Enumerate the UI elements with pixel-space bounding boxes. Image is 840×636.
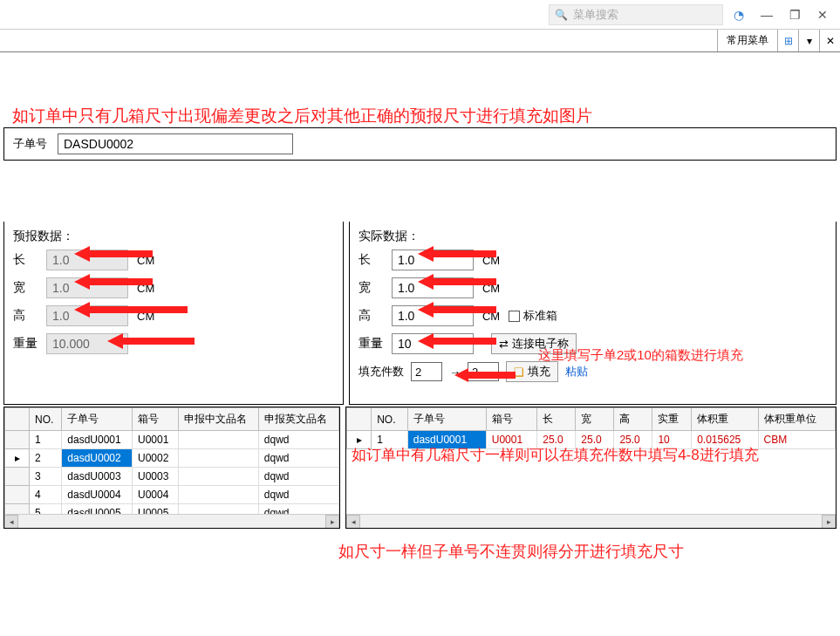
scrollbar[interactable]: ◂▸ [346, 514, 836, 528]
common-menu-tab[interactable]: 常用菜单 [717, 30, 777, 51]
table-row[interactable]: 3dasdU0003U0003dqwd [5, 468, 339, 486]
width-label: 宽 [359, 280, 383, 296]
forecast-height [46, 305, 128, 326]
forecast-width [46, 277, 128, 298]
cm-unit: CM [137, 254, 154, 267]
paste-link[interactable]: 粘贴 [565, 364, 588, 380]
right-table[interactable]: NO.子单号箱号长宽高实重体积重体积重单位 ▸1dasdU0001U000125… [346, 407, 836, 449]
actual-panel: 实际数据： 长 CM 宽 CM 高 CM 标准箱 重量 ⇄连接电子称 填充件数 … [349, 222, 837, 405]
fill-count-label: 填充件数 [359, 364, 404, 380]
fill-to-input[interactable] [468, 362, 499, 381]
weight-label: 重量 [359, 336, 383, 352]
length-label: 长 [359, 252, 383, 268]
actual-height[interactable] [392, 305, 474, 326]
actual-length[interactable] [392, 250, 474, 270]
cm-unit: CM [137, 282, 154, 295]
close-button[interactable]: ✕ [810, 3, 835, 27]
forecast-title: 预报数据： [13, 229, 334, 244]
sub-toolbar: 常用菜单 ⊞ ▾ ✕ [0, 30, 840, 52]
dropdown-icon[interactable]: ▾ [798, 30, 819, 51]
forecast-length [46, 250, 128, 270]
cm-unit: CM [482, 310, 500, 323]
sub-order-label: 子单号 [13, 136, 47, 152]
forecast-weight [46, 333, 128, 354]
sub-order-input[interactable] [58, 133, 293, 154]
main-panels: 预报数据： 长 CM 宽 CM 高 CM 重量 实际数据： 长 [0, 222, 840, 405]
scrollbar[interactable]: ◂▸ [4, 514, 339, 528]
fill-button[interactable]: ❏填充 [506, 361, 558, 382]
search-icon: 🔍 [555, 9, 568, 21]
actual-width[interactable] [392, 277, 474, 298]
height-label: 高 [359, 308, 383, 324]
length-label: 长 [13, 252, 38, 268]
height-label: 高 [13, 308, 38, 324]
forecast-panel: 预报数据： 长 CM 宽 CM 高 CM 重量 [3, 222, 344, 405]
minimize-button[interactable]: — [755, 3, 779, 27]
cm-unit: CM [482, 254, 500, 267]
table-row[interactable]: ▸2dasdU0002U0002dqwd [5, 449, 339, 468]
left-table[interactable]: NO.子单号箱号申报中文品名申报英文品名 1dasdU0001U0001dqwd… [4, 407, 339, 523]
right-table-box: NO.子单号箱号长宽高实重体积重体积重单位 ▸1dasdU0001U000125… [345, 407, 837, 529]
cm-unit: CM [137, 310, 154, 323]
standard-box-checkbox[interactable]: 标准箱 [509, 308, 557, 324]
instruction-top: 如订单中只有几箱尺寸出现偏差更改之后对其他正确的预报尺寸进行填充如图片 [0, 52, 840, 127]
search-placeholder: 菜单搜索 [573, 7, 618, 23]
fill-icon: ❏ [514, 366, 524, 379]
actual-note: 这里填写子单2或10的箱数进行填充 [538, 347, 832, 364]
close-panel-icon[interactable]: ✕ [819, 30, 840, 51]
sub-order-row: 子单号 [3, 127, 837, 161]
right-table-note: 如订单中有几箱尺寸一样则可以在填充件数中填写4-8进行填充 [352, 444, 830, 467]
globe-icon[interactable]: ◔ [727, 3, 751, 27]
tables-row: NO.子单号箱号申报中文品名申报英文品名 1dasdU0001U0001dqwd… [0, 407, 840, 529]
cm-unit: CM [482, 282, 500, 295]
table-row[interactable]: 4dasdU0004U0004dqwd [5, 486, 339, 504]
width-label: 宽 [13, 280, 38, 296]
arrow-right-icon: → [449, 366, 461, 379]
weight-label: 重量 [13, 336, 38, 352]
maximize-button[interactable]: ❐ [782, 3, 807, 27]
left-table-box: NO.子单号箱号申报中文品名申报英文品名 1dasdU0001U0001dqwd… [3, 407, 340, 529]
table-row[interactable]: 1dasdU0001U0001dqwd [5, 431, 339, 449]
footer-note: 如尺寸一样但子单号不连贯则得分开进行填充尺寸 [0, 529, 840, 562]
grid-icon[interactable]: ⊞ [777, 30, 798, 51]
titlebar: 🔍 菜单搜索 ◔ — ❐ ✕ [0, 0, 840, 30]
actual-weight[interactable] [392, 333, 474, 354]
actual-title: 实际数据： [359, 229, 827, 244]
fill-from-input[interactable] [411, 362, 442, 381]
menu-search[interactable]: 🔍 菜单搜索 [549, 4, 723, 25]
scale-icon: ⇄ [499, 338, 509, 351]
